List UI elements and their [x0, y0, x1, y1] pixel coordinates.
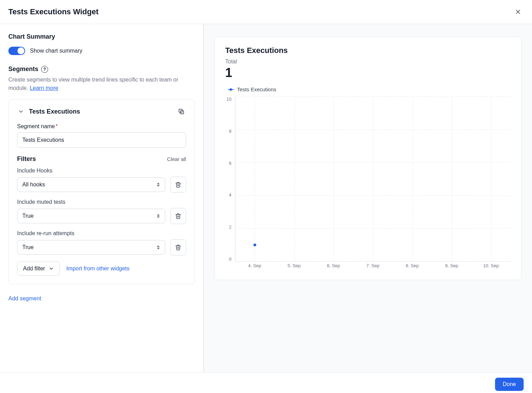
filter-label: Include Hooks: [17, 168, 186, 174]
select-sort-icon: [157, 245, 160, 249]
trash-icon: [175, 213, 181, 219]
grid-line-v: [452, 97, 452, 261]
filter-select-hooks[interactable]: All hooks: [17, 177, 165, 192]
segment-title: Tests Executions: [29, 108, 80, 115]
right-pane: Tests Executions Total 1 Tests Execution…: [204, 24, 532, 372]
filter-actions: Add filter Import from other widgets: [17, 262, 186, 276]
x-tick: 5. Sep: [288, 263, 301, 268]
filters-title: Filters: [17, 155, 36, 163]
filter-row: True: [17, 208, 186, 224]
total-label: Total: [225, 59, 511, 65]
import-link[interactable]: Import from other widgets: [66, 265, 129, 272]
x-tick: 4. Sep: [248, 263, 261, 268]
grid-line-v: [491, 97, 492, 261]
filter-value: All hooks: [22, 182, 45, 188]
preview-title: Tests Executions: [225, 46, 511, 55]
segments-description: Create segments to view multiple trend l…: [8, 76, 195, 92]
segments-header: Segments ?: [8, 66, 195, 73]
total-value: 1: [225, 66, 511, 80]
chart-summary-title: Chart Summary: [8, 33, 195, 40]
trash-icon: [175, 244, 181, 251]
chart-area: 1086420 4. Sep5. Sep6. Sep7. Sep8. Sep9.…: [225, 97, 511, 271]
filter-value: True: [22, 213, 33, 219]
learn-more-link[interactable]: Learn more: [30, 85, 58, 91]
modal-header: Tests Executions Widget: [0, 0, 532, 24]
add-filter-button[interactable]: Add filter: [17, 262, 60, 276]
segment-name-label: Segment name*: [17, 123, 186, 130]
close-button[interactable]: [512, 6, 524, 17]
chevron-down-icon: [48, 266, 54, 271]
grid-line-h: [235, 261, 511, 262]
preview-card: Tests Executions Total 1 Tests Execution…: [214, 37, 522, 280]
y-tick: 2: [229, 224, 231, 230]
filter-label: Include muted tests: [17, 199, 186, 205]
y-tick: 0: [229, 256, 231, 262]
filter-select-muted[interactable]: True: [17, 209, 165, 223]
left-pane[interactable]: Chart Summary Show chart summary Segment…: [0, 24, 204, 372]
filters-header: Filters Clear all: [17, 155, 186, 163]
delete-filter-button[interactable]: [170, 177, 186, 193]
close-icon: [515, 8, 522, 15]
filter-row: True: [17, 239, 186, 255]
grid-line-v: [255, 97, 255, 261]
delete-filter-button[interactable]: [170, 208, 186, 224]
duplicate-button[interactable]: [176, 107, 186, 116]
x-tick: 9. Sep: [445, 263, 458, 268]
help-icon[interactable]: ?: [41, 66, 48, 73]
x-axis-labels: 4. Sep5. Sep6. Sep7. Sep8. Sep9. Sep10. …: [235, 263, 511, 271]
filter-select-rerun[interactable]: True: [17, 240, 165, 255]
segment-card: Tests Executions Segment name* Filters C…: [8, 99, 195, 284]
add-filter-label: Add filter: [23, 265, 45, 272]
x-tick: 8. Sep: [406, 263, 419, 268]
x-tick: 10. Sep: [483, 263, 499, 268]
select-sort-icon: [157, 183, 160, 187]
legend-label: Tests Executions: [237, 86, 276, 92]
filter-group-rerun: Include re-run attempts True: [17, 230, 186, 255]
x-tick: 7. Sep: [366, 263, 380, 268]
grid-line-v: [373, 97, 373, 261]
segments-title: Segments: [8, 66, 38, 73]
segment-card-header: Tests Executions: [17, 107, 186, 116]
filter-value: True: [22, 244, 33, 251]
y-axis-labels: 1086420: [222, 97, 231, 262]
filter-label: Include re-run attempts: [17, 230, 186, 237]
legend-marker-icon: [228, 89, 234, 90]
chart-plot: [235, 97, 511, 262]
required-indicator: *: [56, 123, 58, 129]
filter-group-muted: Include muted tests True: [17, 199, 186, 224]
show-summary-label: Show chart summary: [30, 48, 82, 54]
filter-group-hooks: Include Hooks All hooks: [17, 168, 186, 193]
segment-name-input[interactable]: [17, 132, 186, 148]
select-sort-icon: [157, 214, 160, 218]
done-button[interactable]: Done: [495, 378, 524, 391]
trash-icon: [175, 182, 181, 188]
delete-filter-button[interactable]: [170, 239, 186, 255]
x-tick: 6. Sep: [327, 263, 340, 268]
y-tick: 10: [227, 97, 231, 102]
segment-header-left: Tests Executions: [17, 108, 80, 115]
data-point: [253, 244, 256, 246]
show-summary-toggle[interactable]: [8, 47, 25, 55]
chart-legend: Tests Executions: [228, 86, 511, 92]
segment-name-label-text: Segment name: [17, 123, 55, 129]
y-tick: 4: [229, 192, 231, 198]
modal-footer: Done: [0, 372, 532, 393]
modal-body: Chart Summary Show chart summary Segment…: [0, 24, 532, 372]
copy-icon: [178, 108, 185, 115]
grid-line-v: [294, 97, 295, 261]
modal-title: Tests Executions Widget: [8, 7, 99, 16]
y-tick: 6: [229, 161, 231, 166]
y-tick: 8: [229, 129, 231, 134]
chevron-down-icon: [18, 108, 24, 115]
grid-line-v: [334, 97, 334, 261]
show-summary-row: Show chart summary: [8, 47, 195, 55]
grid-line-v: [412, 97, 413, 261]
filter-row: All hooks: [17, 177, 186, 193]
add-segment-link[interactable]: Add segment: [8, 295, 41, 302]
collapse-button[interactable]: [17, 108, 25, 115]
clear-all-link[interactable]: Clear all: [167, 156, 186, 162]
